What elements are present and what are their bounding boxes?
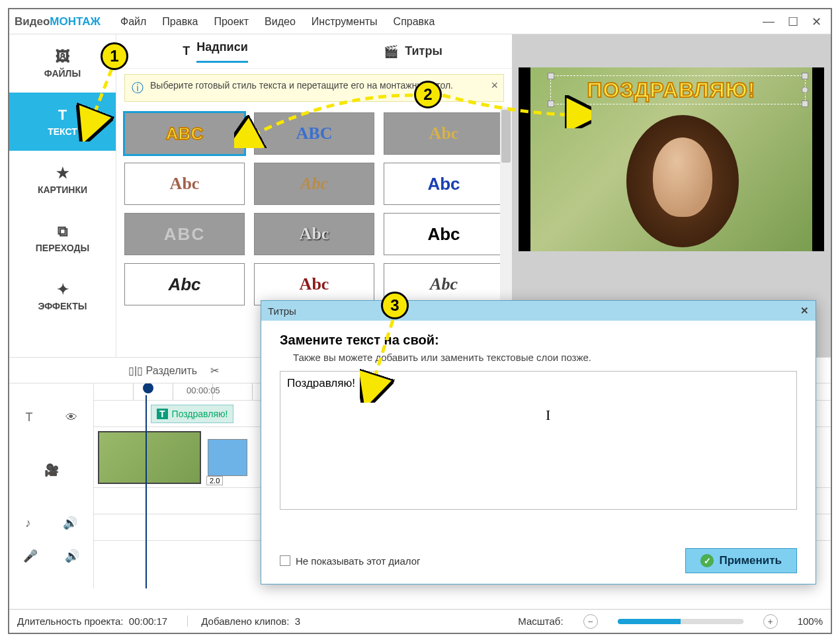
app-logo: ВидеоМОНТАЖ (15, 15, 101, 28)
ruler-time: 00:00:05 (187, 385, 220, 395)
project-duration: 00:00:17 (129, 616, 167, 627)
text-style-2[interactable]: ABC (254, 112, 374, 155)
zoom-in-button[interactable]: + (763, 614, 778, 629)
check-icon: ✓ (700, 554, 714, 567)
text-style-6[interactable]: Abc (384, 163, 504, 205)
text-style-4[interactable]: Abc (124, 163, 245, 205)
dialog-subtext: Также вы можете добавить или заменить те… (293, 352, 797, 363)
sidebar-item-transitions[interactable]: ⧉ПЕРЕХОДЫ (9, 209, 116, 267)
tip-text: Выберите готовый стиль текста и перетащи… (150, 80, 453, 91)
titles-dialog: Титры ✕ Замените текст на свой: Также вы… (261, 300, 816, 584)
text-style-1[interactable]: ABC (124, 112, 245, 155)
text-style-11[interactable]: Abc (254, 263, 374, 305)
statusbar: Длительность проекта: 00:00:17 Добавлено… (9, 609, 831, 633)
speaker-icon[interactable]: 🔊 (65, 549, 79, 563)
text-style-grid: ABCABCAbcAbcAbcAbcABCAbcAbcAbcAbcAbc (124, 112, 504, 305)
text-style-5[interactable]: Abc (254, 163, 374, 205)
sidebar-item-files[interactable]: 🖼ФАЙЛЫ (9, 34, 116, 93)
text-cursor-icon: I (546, 407, 550, 424)
close-icon[interactable]: ✕ (812, 15, 821, 29)
preview-overlay-text[interactable]: ПОЗДРАВЛЯЮ! (587, 78, 756, 102)
layers-icon: ⧉ (58, 223, 68, 240)
sidebar-item-effects[interactable]: ✦ЭФФЕКТЫ (9, 267, 116, 325)
menubar: Файл Правка Проект Видео Инструменты Спр… (120, 16, 435, 28)
annotation-bubble-1: 1 (101, 42, 128, 70)
dialog-close-icon[interactable]: ✕ (800, 305, 809, 317)
minimize-icon[interactable]: — (763, 15, 775, 29)
sidebar: 🖼ФАЙЛЫ TТЕКСТ ★КАРТИНКИ ⧉ПЕРЕХОДЫ ✦ЭФФЕК… (9, 34, 116, 357)
dialog-titlebar[interactable]: Титры ✕ (261, 301, 816, 321)
eye-icon[interactable]: 👁 (65, 411, 77, 424)
music-track-icon: ♪ (25, 516, 31, 530)
image-icon: 🖼 (56, 48, 70, 65)
titlebar: ВидеоМОНТАЖ Файл Правка Проект Видео Инс… (9, 9, 831, 34)
dialog-heading: Замените текст на свой: (280, 333, 797, 348)
video-clip-1[interactable] (98, 431, 201, 484)
text-icon: T (58, 106, 67, 124)
clip-count: 3 (295, 616, 300, 627)
preview-video[interactable]: ПОЗДРАВЛЯЮ! (519, 67, 824, 251)
text-style-8[interactable]: Abc (254, 213, 374, 255)
menu-tools[interactable]: Инструменты (312, 16, 378, 28)
menu-edit[interactable]: Правка (162, 16, 198, 28)
info-icon: ⓘ (132, 80, 144, 96)
text-clip[interactable]: TПоздравляю! (151, 405, 233, 423)
text-style-3[interactable]: Abc (384, 112, 504, 155)
dont-show-checkbox[interactable]: Не показывать этот диалог (280, 555, 420, 567)
cut-icon[interactable]: ✂ (210, 364, 219, 377)
tab-titles[interactable]: 🎬Титры (314, 44, 512, 59)
zoom-slider[interactable] (618, 620, 743, 623)
menu-video[interactable]: Видео (265, 16, 296, 28)
text-style-10[interactable]: Abc (124, 263, 245, 305)
sidebar-item-images[interactable]: ★КАРТИНКИ (9, 151, 116, 209)
zoom-out-button[interactable]: − (583, 614, 598, 629)
star-icon: ★ (56, 165, 69, 182)
video-track-icon: 🎥 (44, 463, 59, 477)
tab-labels[interactable]: TНадписи (116, 40, 314, 63)
tip-box: ⓘ Выберите готовый стиль текста и перета… (124, 74, 504, 102)
menu-help[interactable]: Справка (394, 16, 435, 28)
playhead[interactable] (146, 383, 147, 588)
sidebar-item-text[interactable]: TТЕКСТ (9, 93, 116, 151)
video-clip-2[interactable] (208, 439, 247, 476)
wand-icon: ✦ (57, 281, 69, 298)
speaker-icon[interactable]: 🔊 (63, 516, 77, 530)
film-icon: 🎬 (384, 44, 398, 59)
annotation-bubble-3: 3 (381, 292, 409, 319)
mic-track-icon: 🎤 (23, 549, 38, 563)
text-style-9[interactable]: Abc (384, 213, 504, 255)
title-text-input[interactable] (280, 371, 797, 510)
text-track-icon: T (26, 411, 33, 424)
menu-project[interactable]: Проект (214, 16, 249, 28)
transition-duration: 2.0 (206, 476, 223, 485)
zoom-percent: 100% (798, 616, 823, 627)
text-style-7[interactable]: ABC (124, 213, 245, 255)
tip-close-icon[interactable]: × (491, 79, 498, 93)
maximize-icon[interactable]: ☐ (788, 15, 798, 29)
annotation-bubble-2: 2 (414, 81, 442, 108)
split-button[interactable]: ▯|▯ Разделить (128, 364, 197, 377)
menu-file[interactable]: Файл (120, 16, 146, 28)
apply-button[interactable]: ✓Применить (685, 548, 797, 573)
